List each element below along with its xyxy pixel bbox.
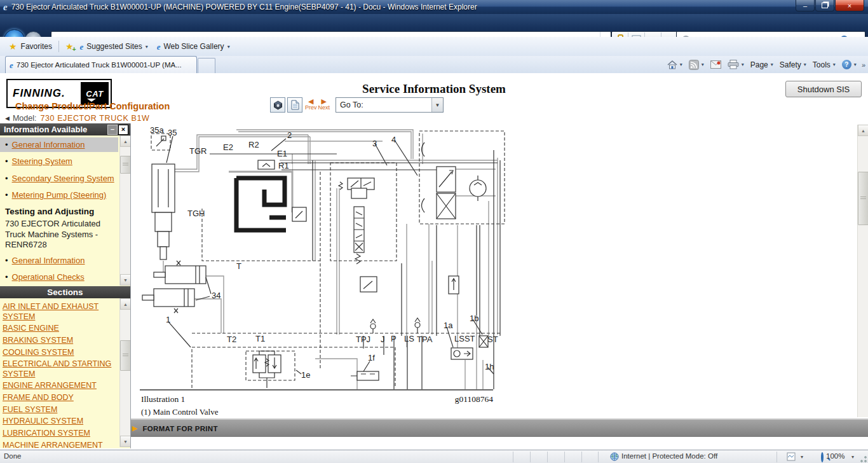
scrollbar-thumb[interactable] [858, 172, 868, 225]
scrollbar-thumb[interactable] [120, 340, 130, 371]
diagram-label-1: 1 [166, 315, 170, 324]
section-link[interactable]: BASIC ENGINE [3, 324, 112, 334]
ie-icon: e [157, 43, 161, 51]
prev-button[interactable]: ◀ Prev [305, 97, 317, 111]
change-config-link[interactable]: Change Product/Part Configuration [15, 101, 170, 111]
section-link[interactable]: BRAKING SYSTEM [3, 336, 112, 346]
status-text: Done [4, 452, 22, 460]
section-link[interactable]: FUEL SYSTEM [3, 405, 112, 415]
hydraulic-schematic: 35a352TGRE2R2E134R1TGHT341T2T1TPJJPLSTPA… [140, 125, 864, 389]
print-button[interactable]: ▾ [728, 60, 744, 69]
divider [140, 389, 493, 390]
diagram-label-2: 2 [287, 130, 292, 140]
dropdown-arrow-icon[interactable]: ▼ [431, 98, 443, 112]
illustration-label: Illustration 1 [141, 394, 185, 404]
diagram-label-1f: 1f [368, 353, 375, 363]
scroll-down-icon[interactable]: ▼ [120, 274, 130, 286]
sections-scrollbar[interactable]: ▲ ▼ [119, 298, 130, 447]
graphic-cube-icon [273, 100, 283, 110]
format-for-print-label[interactable]: FORMAT FOR PRINT [142, 425, 217, 432]
content-scrollbar[interactable]: ▲ [857, 125, 868, 417]
tools-menu[interactable]: Tools▾ [813, 60, 836, 69]
section-link[interactable]: HYDRAULIC SYSTEM [3, 417, 112, 427]
diagram-label-LSST: LSST [454, 334, 475, 343]
chevron-down-icon[interactable]: ▾ [801, 454, 803, 460]
sidebar-item-metering-pump[interactable]: •Metering Pump (Steering) [0, 188, 118, 202]
section-link[interactable]: MACHINE ARRANGEMENT [3, 441, 112, 449]
zoom-icon [821, 452, 824, 462]
diagram-label-35a: 35a [150, 125, 164, 135]
read-mail-button[interactable] [710, 60, 721, 69]
sections-header: Sections [0, 286, 130, 298]
tab-active[interactable]: e 730 Ejector Articulated Truck B1W00001… [5, 56, 197, 73]
web-slice-gallery-button[interactable]: e Web Slice Gallery ▾ [157, 42, 230, 51]
help-menu[interactable]: ? ▾ [842, 60, 857, 69]
home-button[interactable]: ▾ [667, 60, 682, 69]
section-link[interactable]: LUBRICATION SYSTEM [3, 429, 112, 439]
scrollbar-thumb[interactable] [120, 156, 130, 174]
sidebar-item-operational-checks[interactable]: •Operational Checks [0, 270, 118, 284]
document-viewer: 35a352TGRE2R2E134R1TGHT341T2T1TPJJPLSTPA… [131, 123, 868, 448]
page-menu[interactable]: Page▾ [750, 60, 773, 69]
document-button[interactable] [287, 97, 302, 113]
diagram-label-3: 3 [372, 139, 377, 148]
sidebar-item-general-information[interactable]: •General Information [0, 137, 118, 152]
diagram-label-TPJ: TPJ [356, 335, 370, 344]
next-button[interactable]: ▶ Next [318, 97, 330, 111]
scroll-up-icon[interactable]: ▲ [120, 135, 130, 147]
sidebar-item-general-information-2[interactable]: •General Information [0, 253, 118, 268]
manual-reference-text: 730 EJECTOR Articulated Truck Machine Sy… [0, 218, 118, 251]
scroll-up-icon[interactable]: ▲ [858, 125, 868, 136]
section-link[interactable]: AIR INLET AND EXHAUST SYSTEM [3, 302, 112, 322]
shutdown-sis-button[interactable]: Shutdown SIS [785, 81, 862, 97]
info-link-list: •General Information •Steering System •S… [0, 135, 130, 286]
sidebar: Information Available – × •General Infor… [0, 123, 131, 448]
zoom-level[interactable]: 100% [826, 452, 844, 460]
minimize-button[interactable]: – [796, 0, 815, 11]
more-tools-chevron[interactable]: » [862, 61, 865, 69]
sections-list: AIR INLET AND EXHAUST SYSTEM BASIC ENGIN… [0, 298, 130, 448]
feeds-button[interactable]: ▾ [689, 60, 704, 70]
globe-icon [610, 452, 619, 461]
restore-button[interactable] [815, 0, 834, 11]
new-tab-button[interactable] [198, 58, 215, 73]
page-title: Service Information System [0, 82, 868, 96]
add-favorite-icon[interactable]: ★ [65, 41, 74, 52]
panel-minimize-button[interactable]: – [107, 125, 118, 135]
format-for-print-bar[interactable]: ▶ FORMAT FOR PRINT [131, 418, 868, 437]
app-header: FINNING. CAT Service Information System … [0, 73, 868, 123]
safety-menu[interactable]: Safety▾ [780, 60, 806, 69]
suggested-sites-button[interactable]: e Suggested Sites ▾ [79, 42, 147, 51]
command-bar: ▾ ▾ ▾ Page▾ Safety▾ Tools▾ ? ▾ » [661, 57, 865, 73]
divider [58, 41, 59, 52]
diagram-label-35: 35 [168, 128, 177, 137]
diagram-label-E2: E2 [223, 142, 233, 152]
close-button[interactable]: × [835, 0, 864, 11]
compatibility-icon[interactable] [787, 452, 796, 461]
printer-icon [728, 60, 739, 69]
diagram-label-1e: 1e [301, 370, 310, 380]
help-icon: ? [842, 60, 851, 69]
section-link[interactable]: ELECTRICAL AND STARTING SYSTEM [3, 359, 112, 379]
ie-icon: e [10, 61, 13, 69]
sidebar-item-steering-system[interactable]: •Steering System [0, 154, 118, 169]
status-bar: Done Internet | Protected Mode: Off ▾ 10… [0, 450, 868, 463]
window-title: 730 Ejector Articulated Truck B1W00001-U… [11, 3, 477, 11]
model-back-icon[interactable]: ◀ [5, 115, 10, 121]
zoom-dropdown-icon[interactable]: ▾ [851, 454, 854, 460]
info-available-header: Information Available – × [0, 123, 130, 135]
sidebar-item-secondary-steering[interactable]: •Secondary Steering System [0, 171, 118, 186]
goto-dropdown[interactable]: Go To: ▼ [336, 97, 444, 113]
section-link[interactable]: FRAME AND BODY [3, 393, 112, 403]
scroll-down-icon[interactable]: ▼ [120, 436, 130, 447]
section-link[interactable]: ENGINE ARRANGEMENT [3, 381, 112, 391]
model-link[interactable]: 730 EJECTOR TRUCK B1W [40, 114, 149, 123]
panel-close-button[interactable]: × [118, 125, 128, 135]
section-link[interactable]: COOLING SYSTEM [3, 348, 112, 358]
favorites-button[interactable]: Favorites [21, 42, 52, 51]
hydraulic-schematic-svg [140, 125, 864, 389]
sidebar-scrollbar[interactable]: ▲ ▼ [119, 135, 130, 286]
graphics-button[interactable] [270, 97, 285, 113]
scroll-up-icon[interactable]: ▲ [120, 298, 130, 310]
resize-grip[interactable] [858, 454, 867, 463]
